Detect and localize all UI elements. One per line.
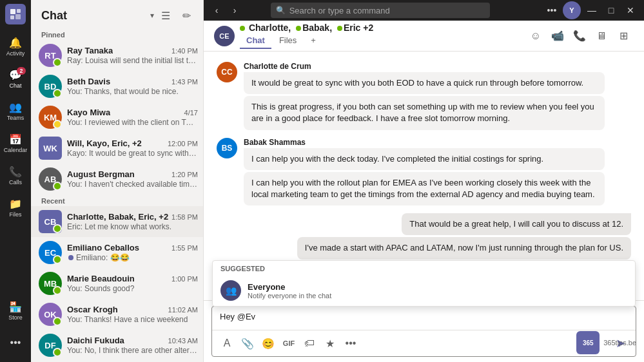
tab-files[interactable]: Files	[273, 33, 303, 49]
calls-icon: 📞	[9, 166, 22, 178]
chat-item-oscar[interactable]: OK Oscar Krogh 11:02 AM You: Thanks! Hav…	[31, 299, 203, 330]
sidebar-item-label: Teams	[7, 115, 24, 121]
more-icon: •••	[9, 336, 22, 349]
watermark: 365 365tips.be	[576, 331, 636, 354]
pinned-section-label: Pinned	[31, 28, 203, 40]
compose-input[interactable]: Hey @Ev	[212, 307, 636, 330]
sticker-btn[interactable]: 🏷	[300, 334, 319, 353]
chat-item-time: 1:00 PM	[171, 275, 198, 283]
tab-chat[interactable]: Chat	[240, 33, 271, 49]
message-group: BS Babak Shammas I can help you with the…	[217, 138, 631, 206]
main-area: ‹ › 🔍 Search or type a command ••• Y — □…	[204, 0, 644, 362]
chat-header: CE Charlotte, Babak, Eric +2 Chat Files …	[204, 21, 644, 52]
calendar-icon: 📅	[9, 133, 22, 146]
avatar: RT	[39, 44, 62, 67]
message-bubble: I can help you with the rollout plan for…	[244, 172, 605, 205]
sidebar-item-activity[interactable]: 🔔 Activity	[3, 31, 28, 62]
chat-item-time: 1:20 PM	[171, 171, 198, 178]
online-indicator	[240, 26, 245, 31]
sidebar-item-files[interactable]: 📁 Files	[3, 192, 28, 223]
chat-new-btn[interactable]: ✏	[177, 6, 195, 24]
avatar: WK	[39, 137, 62, 160]
more-compose-btn[interactable]: •••	[341, 334, 360, 353]
message-bubble: It would be great to sync with you both …	[244, 72, 605, 94]
participant-eric: Eric +2	[337, 23, 373, 33]
audio-call-btn[interactable]: 📞	[569, 26, 590, 46]
user-avatar[interactable]: Y	[563, 1, 581, 19]
format-btn[interactable]: A	[217, 334, 237, 353]
message-content: That would be a great help, I will call …	[297, 213, 631, 259]
screen-share-btn[interactable]: 🖥	[591, 26, 612, 46]
topbar-more-btn[interactable]: •••	[543, 2, 560, 19]
chat-item-preview: You: No, I think there are other alterna…	[67, 346, 198, 355]
chat-list-header: Chat ▾ ☰ ✏	[31, 0, 203, 28]
chat-badge: 2	[17, 67, 26, 75]
message-group: CC Charlotte de Crum It would be great t…	[217, 62, 631, 130]
chat-item-time: 1:40 PM	[171, 47, 198, 55]
attach-btn[interactable]: 📎	[238, 334, 257, 353]
search-bar[interactable]: 🔍 Search or type a command	[271, 3, 490, 18]
chat-filter-btn[interactable]: ☰	[157, 6, 175, 24]
sidebar-item-more[interactable]: •••	[3, 327, 28, 358]
close-btn[interactable]: ✕	[622, 2, 639, 19]
nav-forward-btn[interactable]: ›	[227, 3, 242, 18]
chat-item-ray[interactable]: RT Ray Tanaka 1:40 PM Ray: Louisa will s…	[31, 40, 203, 71]
emoji-reaction-btn[interactable]: ☺	[525, 26, 546, 46]
nav-back-btn[interactable]: ‹	[209, 3, 224, 18]
more-actions-btn[interactable]: ⊞	[613, 26, 634, 46]
chat-list-title: Chat	[41, 9, 148, 23]
chat-item-time: 1:43 PM	[171, 78, 198, 86]
mention-everyone-item[interactable]: 👥 Everyone Notify everyone in the chat	[213, 275, 635, 306]
gif-btn[interactable]: GIF	[279, 334, 298, 353]
chat-item-will-group[interactable]: WK Will, Kayo, Eric, +2 12:00 PM Kayo: I…	[31, 133, 203, 164]
activity-icon: 🔔	[9, 37, 22, 50]
chat-item-daichi[interactable]: DF Daichi Fukuda 10:43 AM You: No, I thi…	[31, 330, 203, 361]
emoji-btn[interactable]: 😊	[259, 334, 278, 353]
minimize-btn[interactable]: —	[583, 2, 600, 19]
praise-btn[interactable]: ★	[320, 334, 340, 353]
chat-item-preview: Kayo: It would be great to sync with the…	[67, 149, 198, 158]
svg-rect-1	[17, 9, 21, 13]
chat-title-chevron[interactable]: ▾	[150, 11, 154, 20]
chat-item-info: Will, Kayo, Eric, +2 12:00 PM Kayo: It w…	[67, 138, 198, 158]
chat-item-time: 10:43 AM	[168, 337, 198, 345]
video-call-btn[interactable]: 📹	[547, 26, 568, 46]
restore-btn[interactable]: □	[603, 2, 620, 19]
chat-item-august[interactable]: AB August Bergman 1:20 PM You: I haven't…	[31, 164, 203, 195]
sidebar-item-chat[interactable]: 2 💬 Chat	[3, 63, 28, 94]
sidebar-item-calls[interactable]: 📞 Calls	[3, 160, 28, 191]
chat-item-preview: Emiliano: 😂😂	[67, 253, 198, 262]
avatar: KM	[39, 106, 62, 129]
mention-dropdown: Suggested 👥 Everyone Notify everyone in …	[212, 260, 636, 307]
online-indicator-2	[296, 26, 301, 31]
sidebar-item-store[interactable]: 🏪 Store	[3, 295, 28, 326]
chat-item-name: Will, Kayo, Eric, +2	[67, 138, 142, 148]
tab-add[interactable]: +	[304, 33, 322, 49]
sidebar-item-calendar[interactable]: 📅 Calendar	[3, 128, 28, 158]
chat-item-time: 11:02 AM	[168, 306, 198, 314]
participant-babak: Babak,	[296, 23, 335, 33]
watermark-logo: 365	[576, 331, 600, 354]
chat-item-info: Charlotte, Babak, Eric, +2 1:58 PM Eric:…	[67, 212, 198, 231]
message-content: Babak Shammas I can help you with the de…	[244, 138, 605, 206]
msg-sender: Charlotte de Crum	[244, 62, 605, 71]
search-icon: 🔍	[276, 6, 286, 15]
chat-item-emiliano[interactable]: EC Emiliano Ceballos 1:55 PM Emiliano: 😂…	[31, 237, 203, 268]
sidebar-item-teams[interactable]: 👥 Teams	[3, 95, 28, 126]
sidebar-item-label: Calls	[9, 180, 22, 186]
teams-icon: 👥	[9, 101, 22, 114]
chat-item-preview: You: I haven't checked available times y…	[67, 180, 198, 189]
chat-item-charlotte-group[interactable]: CB Charlotte, Babak, Eric, +2 1:58 PM Er…	[31, 206, 203, 237]
chat-item-info: August Bergman 1:20 PM You: I haven't ch…	[67, 169, 198, 189]
mention-sub: Notify everyone in the chat	[248, 292, 331, 300]
chat-item-info: Ray Tanaka 1:40 PM Ray: Louisa will send…	[67, 46, 198, 65]
avatar: OK	[39, 303, 62, 326]
chat-item-beth[interactable]: BD Beth Davis 1:43 PM You: Thanks, that …	[31, 71, 203, 102]
chat-item-info: Kayo Miwa 4/17 You: I reviewed with the …	[67, 108, 198, 127]
chat-item-marie[interactable]: MB Marie Beaudouin 1:00 PM You: Sounds g…	[31, 268, 203, 299]
message-content: Charlotte de Crum It would be great to s…	[244, 62, 605, 130]
watermark-url: 365tips.be	[603, 339, 636, 347]
svg-rect-2	[10, 15, 14, 19]
files-icon: 📁	[9, 198, 22, 211]
chat-item-kayo[interactable]: KM Kayo Miwa 4/17 You: I reviewed with t…	[31, 102, 203, 133]
